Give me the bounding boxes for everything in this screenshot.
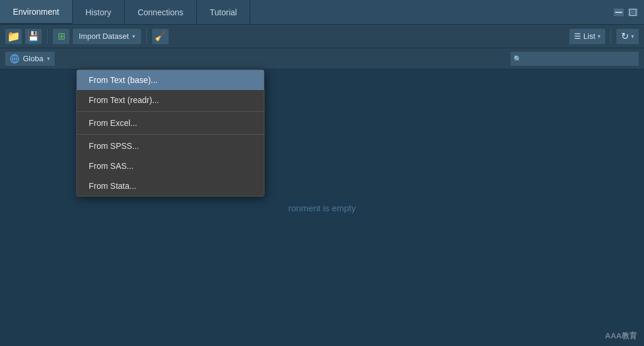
- toolbar-separator-1: [47, 29, 48, 44]
- maximize-button[interactable]: [628, 8, 638, 16]
- tab-history[interactable]: History: [73, 0, 125, 24]
- lines-icon: ☰: [574, 32, 581, 41]
- list-view-button[interactable]: ☰ List ▾: [569, 28, 606, 45]
- tab-spacer: [250, 0, 608, 24]
- search-wrapper: [510, 51, 639, 66]
- broom-icon: 🧹: [155, 31, 166, 42]
- tab-connections[interactable]: Connections: [125, 0, 197, 24]
- svg-rect-1: [629, 9, 636, 16]
- secondary-bar: Globa ▾: [0, 48, 644, 69]
- toolbar-separator-3: [611, 29, 611, 44]
- save-icon: 💾: [28, 31, 39, 42]
- refresh-icon: ↻: [621, 31, 629, 42]
- global-env-label: Globa: [23, 54, 43, 63]
- broom-button[interactable]: 🧹: [152, 28, 169, 45]
- grid-icon: ⊞: [58, 31, 65, 42]
- import-dataset-label: Import Dataset: [79, 32, 129, 41]
- refresh-arrow: ▾: [631, 33, 634, 39]
- dropdown-divider-2: [77, 134, 264, 135]
- folder-icon: 📁: [7, 30, 20, 43]
- refresh-button[interactable]: ↻ ▾: [616, 28, 639, 45]
- import-dataset-arrow: ▾: [132, 33, 135, 39]
- menu-item-from-excel[interactable]: From Excel...: [77, 113, 264, 133]
- menu-item-from-text-base[interactable]: From Text (base)...: [77, 70, 264, 90]
- list-label: List: [583, 32, 595, 41]
- search-input[interactable]: [510, 51, 639, 66]
- empty-environment-message: ronment is empty: [288, 203, 355, 213]
- dropdown-divider-1: [77, 111, 264, 112]
- grid-button[interactable]: ⊞: [52, 28, 70, 45]
- menu-item-from-text-readr[interactable]: From Text (readr)...: [77, 90, 264, 110]
- menu-item-from-sas[interactable]: From SAS...: [77, 156, 264, 176]
- import-dataset-button[interactable]: Import Dataset ▾: [72, 28, 142, 45]
- import-dataset-dropdown: From Text (base)... From Text (readr)...…: [76, 69, 264, 197]
- toolbar: 📁 💾 ⊞ Import Dataset ▾ 🧹 ☰ List ▾ ↻ ▾: [0, 25, 644, 48]
- svg-rect-0: [615, 12, 622, 13]
- menu-item-from-stata[interactable]: From Stata...: [77, 176, 264, 196]
- tab-tutorial[interactable]: Tutorial: [197, 0, 250, 24]
- tab-environment[interactable]: Environment: [0, 0, 73, 24]
- global-environment-button[interactable]: Globa ▾: [5, 51, 55, 66]
- toolbar-separator-2: [146, 29, 147, 44]
- globe-icon: [10, 54, 19, 64]
- minimize-button[interactable]: [613, 8, 624, 16]
- tab-window-controls: [608, 0, 644, 24]
- menu-item-from-spss[interactable]: From SPSS...: [77, 136, 264, 156]
- save-button[interactable]: 💾: [25, 28, 42, 45]
- tab-bar: Environment History Connections Tutorial: [0, 0, 644, 25]
- global-env-arrow: ▾: [47, 55, 50, 62]
- open-button[interactable]: 📁: [5, 28, 22, 45]
- list-arrow: ▾: [598, 33, 601, 39]
- watermark: AAA教育: [605, 331, 637, 341]
